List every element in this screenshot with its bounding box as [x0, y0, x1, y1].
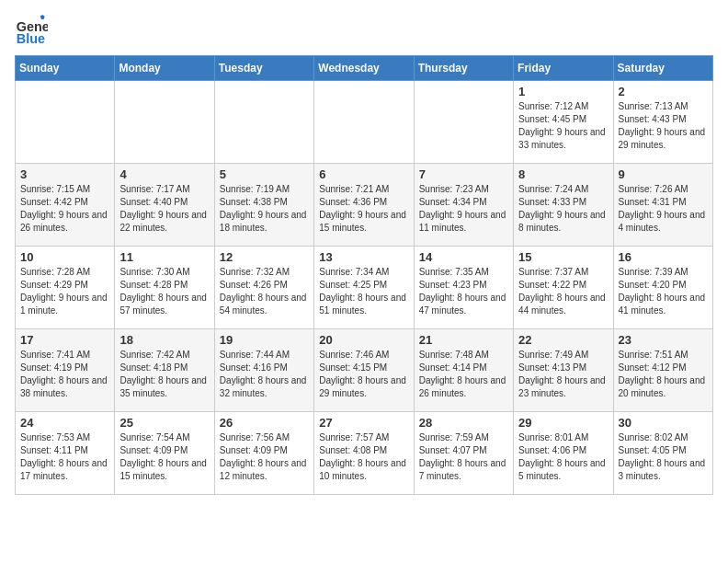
- day-number: 19: [220, 333, 309, 347]
- calendar-cell: 21Sunrise: 7:48 AM Sunset: 4:14 PM Dayli…: [414, 329, 513, 412]
- day-info: Sunrise: 7:19 AM Sunset: 4:38 PM Dayligh…: [220, 183, 309, 235]
- day-number: 28: [419, 416, 508, 430]
- calendar-cell: 12Sunrise: 7:32 AM Sunset: 4:26 PM Dayli…: [214, 247, 313, 329]
- calendar-cell: 16Sunrise: 7:39 AM Sunset: 4:20 PM Dayli…: [613, 247, 712, 329]
- day-number: 9: [619, 167, 708, 181]
- weekday-header-tuesday: Tuesday: [214, 56, 313, 81]
- day-number: 14: [419, 250, 508, 264]
- calendar-cell: 19Sunrise: 7:44 AM Sunset: 4:16 PM Dayli…: [214, 329, 313, 412]
- calendar-cell: 14Sunrise: 7:35 AM Sunset: 4:23 PM Dayli…: [414, 247, 513, 329]
- calendar-cell: 4Sunrise: 7:17 AM Sunset: 4:40 PM Daylig…: [115, 164, 214, 247]
- day-number: 16: [619, 250, 708, 264]
- calendar-cell: [115, 81, 214, 164]
- day-info: Sunrise: 7:42 AM Sunset: 4:18 PM Dayligh…: [119, 349, 209, 400]
- calendar-cell: 10Sunrise: 7:28 AM Sunset: 4:29 PM Dayli…: [16, 247, 115, 329]
- day-info: Sunrise: 7:51 AM Sunset: 4:12 PM Dayligh…: [619, 349, 708, 400]
- day-info: Sunrise: 7:54 AM Sunset: 4:09 PM Dayligh…: [119, 431, 209, 483]
- day-number: 20: [319, 333, 408, 347]
- calendar-cell: 3Sunrise: 7:15 AM Sunset: 4:42 PM Daylig…: [16, 164, 115, 247]
- logo: General Blue: [15, 15, 51, 48]
- day-info: Sunrise: 7:23 AM Sunset: 4:34 PM Dayligh…: [419, 183, 508, 235]
- calendar-cell: 7Sunrise: 7:23 AM Sunset: 4:34 PM Daylig…: [414, 164, 513, 247]
- day-number: 13: [319, 250, 408, 264]
- day-info: Sunrise: 7:39 AM Sunset: 4:20 PM Dayligh…: [619, 266, 708, 317]
- calendar-cell: 9Sunrise: 7:26 AM Sunset: 4:31 PM Daylig…: [613, 164, 712, 247]
- calendar-cell: 17Sunrise: 7:41 AM Sunset: 4:19 PM Dayli…: [16, 329, 115, 412]
- day-info: Sunrise: 8:02 AM Sunset: 4:05 PM Dayligh…: [619, 431, 708, 483]
- day-number: 1: [518, 85, 608, 98]
- day-number: 27: [319, 416, 408, 430]
- day-info: Sunrise: 7:13 AM Sunset: 4:43 PM Dayligh…: [619, 100, 708, 152]
- page-header: General Blue: [15, 15, 713, 48]
- day-number: 12: [220, 250, 309, 264]
- weekday-header-friday: Friday: [514, 56, 613, 81]
- calendar-cell: 11Sunrise: 7:30 AM Sunset: 4:28 PM Dayli…: [115, 247, 214, 329]
- calendar-cell: 18Sunrise: 7:42 AM Sunset: 4:18 PM Dayli…: [115, 329, 214, 412]
- calendar-cell: [214, 81, 313, 164]
- day-info: Sunrise: 8:01 AM Sunset: 4:06 PM Dayligh…: [518, 431, 608, 483]
- calendar-cell: 23Sunrise: 7:51 AM Sunset: 4:12 PM Dayli…: [613, 329, 712, 412]
- day-number: 6: [319, 167, 408, 181]
- day-info: Sunrise: 7:12 AM Sunset: 4:45 PM Dayligh…: [518, 100, 608, 152]
- day-number: 30: [619, 416, 708, 430]
- calendar-table: SundayMondayTuesdayWednesdayThursdayFrid…: [15, 55, 713, 495]
- day-number: 8: [518, 167, 608, 181]
- day-info: Sunrise: 7:17 AM Sunset: 4:40 PM Dayligh…: [119, 183, 209, 235]
- day-info: Sunrise: 7:21 AM Sunset: 4:36 PM Dayligh…: [319, 183, 408, 235]
- calendar-cell: 15Sunrise: 7:37 AM Sunset: 4:22 PM Dayli…: [514, 247, 613, 329]
- calendar-cell: 1Sunrise: 7:12 AM Sunset: 4:45 PM Daylig…: [514, 81, 613, 164]
- logo-icon: General Blue: [15, 15, 48, 48]
- day-info: Sunrise: 7:46 AM Sunset: 4:15 PM Dayligh…: [319, 349, 408, 400]
- day-number: 5: [220, 167, 309, 181]
- day-info: Sunrise: 7:34 AM Sunset: 4:25 PM Dayligh…: [319, 266, 408, 317]
- day-info: Sunrise: 7:26 AM Sunset: 4:31 PM Dayligh…: [619, 183, 708, 235]
- day-info: Sunrise: 7:56 AM Sunset: 4:09 PM Dayligh…: [220, 431, 309, 483]
- calendar-cell: 26Sunrise: 7:56 AM Sunset: 4:09 PM Dayli…: [214, 412, 313, 495]
- day-number: 25: [119, 416, 209, 430]
- day-info: Sunrise: 7:35 AM Sunset: 4:23 PM Dayligh…: [419, 266, 508, 317]
- day-info: Sunrise: 7:44 AM Sunset: 4:16 PM Dayligh…: [220, 349, 309, 400]
- day-info: Sunrise: 7:28 AM Sunset: 4:29 PM Dayligh…: [20, 266, 109, 317]
- calendar-cell: 13Sunrise: 7:34 AM Sunset: 4:25 PM Dayli…: [314, 247, 414, 329]
- calendar-cell: 28Sunrise: 7:59 AM Sunset: 4:07 PM Dayli…: [414, 412, 513, 495]
- day-number: 26: [220, 416, 309, 430]
- day-number: 22: [518, 333, 608, 347]
- calendar-cell: 2Sunrise: 7:13 AM Sunset: 4:43 PM Daylig…: [613, 81, 712, 164]
- day-info: Sunrise: 7:32 AM Sunset: 4:26 PM Dayligh…: [220, 266, 309, 317]
- day-number: 10: [20, 250, 109, 264]
- calendar-cell: 5Sunrise: 7:19 AM Sunset: 4:38 PM Daylig…: [214, 164, 313, 247]
- weekday-header-monday: Monday: [115, 56, 214, 81]
- day-info: Sunrise: 7:48 AM Sunset: 4:14 PM Dayligh…: [419, 349, 508, 400]
- calendar-cell: 24Sunrise: 7:53 AM Sunset: 4:11 PM Dayli…: [16, 412, 115, 495]
- day-number: 29: [518, 416, 608, 430]
- calendar-cell: [414, 81, 513, 164]
- day-info: Sunrise: 7:59 AM Sunset: 4:07 PM Dayligh…: [419, 431, 508, 483]
- day-number: 18: [119, 333, 209, 347]
- calendar-cell: 20Sunrise: 7:46 AM Sunset: 4:15 PM Dayli…: [314, 329, 414, 412]
- calendar-cell: 22Sunrise: 7:49 AM Sunset: 4:13 PM Dayli…: [514, 329, 613, 412]
- day-info: Sunrise: 7:37 AM Sunset: 4:22 PM Dayligh…: [518, 266, 608, 317]
- day-info: Sunrise: 7:24 AM Sunset: 4:33 PM Dayligh…: [518, 183, 608, 235]
- day-number: 23: [619, 333, 708, 347]
- weekday-header-saturday: Saturday: [613, 56, 712, 81]
- day-info: Sunrise: 7:30 AM Sunset: 4:28 PM Dayligh…: [119, 266, 209, 317]
- day-number: 4: [119, 167, 209, 181]
- day-number: 7: [419, 167, 508, 181]
- day-number: 24: [20, 416, 109, 430]
- day-number: 17: [20, 333, 109, 347]
- calendar-cell: 8Sunrise: 7:24 AM Sunset: 4:33 PM Daylig…: [514, 164, 613, 247]
- day-number: 2: [619, 85, 708, 98]
- day-number: 15: [518, 250, 608, 264]
- weekday-header-sunday: Sunday: [16, 56, 115, 81]
- calendar-cell: 30Sunrise: 8:02 AM Sunset: 4:05 PM Dayli…: [613, 412, 712, 495]
- calendar-cell: 6Sunrise: 7:21 AM Sunset: 4:36 PM Daylig…: [314, 164, 414, 247]
- day-number: 21: [419, 333, 508, 347]
- calendar-cell: 27Sunrise: 7:57 AM Sunset: 4:08 PM Dayli…: [314, 412, 414, 495]
- day-info: Sunrise: 7:57 AM Sunset: 4:08 PM Dayligh…: [319, 431, 408, 483]
- day-info: Sunrise: 7:15 AM Sunset: 4:42 PM Dayligh…: [20, 183, 109, 235]
- svg-text:Blue: Blue: [17, 31, 45, 46]
- day-info: Sunrise: 7:41 AM Sunset: 4:19 PM Dayligh…: [20, 349, 109, 400]
- calendar-cell: 29Sunrise: 8:01 AM Sunset: 4:06 PM Dayli…: [514, 412, 613, 495]
- day-number: 11: [119, 250, 209, 264]
- calendar-cell: 25Sunrise: 7:54 AM Sunset: 4:09 PM Dayli…: [115, 412, 214, 495]
